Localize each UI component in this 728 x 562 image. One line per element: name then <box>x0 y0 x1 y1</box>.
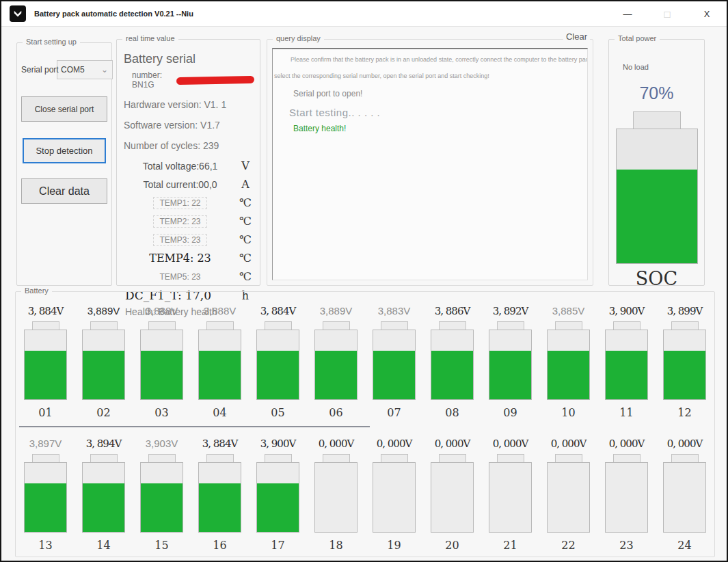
stop-detection-button[interactable]: Stop detection <box>23 138 106 163</box>
celsius-unit: ℃ <box>237 252 254 265</box>
cell-fill <box>315 351 357 399</box>
battery-cell-08: 3, 886V08 <box>431 303 474 419</box>
battery-cell-09: 3, 892V09 <box>489 303 532 419</box>
battery-cell-14: 3, 894V14 <box>82 436 125 552</box>
temp-value: TEMP4: 23 <box>124 252 237 265</box>
cell-fill <box>257 483 299 532</box>
cell-fill <box>373 351 415 399</box>
battery-cell-23: 0, 000V23 <box>605 436 648 552</box>
battery-cell-18: 0, 000V18 <box>314 436 358 552</box>
cell-voltage: 0, 000V <box>489 436 532 452</box>
title-bar: Battery pack automatic detection V0.21 -… <box>1 1 727 27</box>
cell-fill <box>431 351 473 399</box>
cell-body <box>82 462 125 533</box>
cell-fill <box>83 351 124 399</box>
battery-cell-03: 3,888V03 <box>140 303 183 419</box>
cell-body <box>431 330 474 400</box>
minimize-button[interactable]: — <box>608 1 647 27</box>
battery-cell-13: 3,897V13 <box>24 436 67 552</box>
close-serial-port-button[interactable]: Close serial port <box>21 96 107 122</box>
clear-data-button[interactable]: Clear data <box>21 178 107 204</box>
load-status: No load <box>623 63 704 71</box>
total-current: Total current:00,0 <box>124 179 237 190</box>
cell-fill <box>25 483 66 532</box>
app-logo-icon <box>10 5 26 22</box>
cell-body <box>547 462 590 533</box>
setup-panel: Start setting up Serial port COM5 COM5 ⌄… <box>16 42 112 286</box>
cell-body <box>373 462 416 533</box>
cell-fill <box>548 351 589 399</box>
celsius-unit: ℃ <box>237 196 254 209</box>
cell-fill <box>141 351 183 399</box>
cell-number: 06 <box>314 406 358 419</box>
temp-value: TEMP3: 23 <box>124 234 237 246</box>
cell-body <box>547 330 590 400</box>
cell-body <box>24 462 67 533</box>
cell-number: 12 <box>663 406 706 419</box>
cell-body <box>82 330 125 400</box>
hardware-version: Hardware version: V1. 1 <box>124 99 254 110</box>
cell-number: 22 <box>547 539 590 552</box>
cell-fill <box>199 351 241 399</box>
total-power-title: Total power <box>615 34 660 42</box>
cell-number: 07 <box>373 406 416 419</box>
cell-body <box>605 462 648 533</box>
cell-voltage: 3,888V <box>140 303 183 319</box>
window-title: Battery pack automatic detection V0.21 -… <box>34 10 193 18</box>
celsius-unit: ℃ <box>237 215 254 228</box>
cell-voltage: 3, 892V <box>489 303 532 319</box>
maximize-button[interactable]: □ <box>647 1 687 27</box>
cell-number: 16 <box>198 539 241 552</box>
battery-cell-21: 0, 000V21 <box>489 436 532 552</box>
cell-voltage: 3, 900V <box>256 436 299 452</box>
cell-body <box>256 462 299 533</box>
log-message-4: Start testing.. . . . . <box>273 107 587 118</box>
realtime-panel: real time value Battery serial number: B… <box>116 39 260 286</box>
battery-cell-15: 3,903V15 <box>140 436 183 552</box>
cell-body <box>373 330 416 400</box>
battery-cell-10: 3,885V10 <box>547 303 590 419</box>
cell-body <box>489 462 532 533</box>
chevron-down-icon: ⌄ <box>97 65 112 75</box>
app-window: Battery pack automatic detection V0.21 -… <box>0 0 728 562</box>
cell-number: 02 <box>82 406 125 419</box>
serial-port-label: Serial port COM5 <box>21 65 85 75</box>
cell-number: 11 <box>605 406 648 419</box>
cell-fill <box>606 351 647 399</box>
battery-cell-22: 0, 000V22 <box>547 436 590 552</box>
cell-number: 05 <box>256 406 299 419</box>
log-message-1: Please confirm that the battery pack is … <box>273 56 587 63</box>
cell-voltage: 3,888V <box>198 303 241 319</box>
cycle-count: Number of cycles: 239 <box>124 140 254 151</box>
cell-voltage: 0, 000V <box>547 436 590 452</box>
cell-fill <box>664 351 705 399</box>
close-button[interactable]: X <box>687 1 727 27</box>
battery-cell-24: 0, 000V24 <box>663 436 706 552</box>
row-separator <box>19 426 370 427</box>
temp-row-2: TEMP2: 23℃ <box>124 215 254 228</box>
cell-number: 13 <box>24 539 67 552</box>
cell-body <box>24 330 67 400</box>
cell-body <box>605 330 648 400</box>
cell-voltage: 3, 899V <box>663 303 706 319</box>
celsius-unit: ℃ <box>237 270 254 283</box>
battery-cell-19: 0, 000V19 <box>373 436 416 552</box>
query-log[interactable]: Please confirm that the battery pack is … <box>272 48 588 280</box>
cell-number: 19 <box>373 539 416 552</box>
cell-body <box>140 462 183 533</box>
cell-number: 24 <box>663 539 706 552</box>
realtime-panel-title: real time value <box>122 34 178 42</box>
setup-panel-title: Start setting up <box>23 38 80 46</box>
cell-body <box>140 330 183 400</box>
soc-percentage: 70% <box>609 83 704 103</box>
cell-voltage: 3, 900V <box>605 303 648 319</box>
cell-number: 21 <box>489 539 532 552</box>
log-message-5: Battery health! <box>273 124 587 133</box>
battery-cells-panel: Battery 3, 884V013,889V023,888V033,888V0… <box>15 291 715 557</box>
cell-number: 17 <box>256 539 299 552</box>
cell-fill <box>489 351 531 399</box>
current-unit: A <box>237 178 254 191</box>
clear-log-button[interactable]: Clear <box>563 31 590 42</box>
battery-cell-11: 3, 900V11 <box>605 303 648 419</box>
cell-voltage: 3,883V <box>373 303 416 319</box>
